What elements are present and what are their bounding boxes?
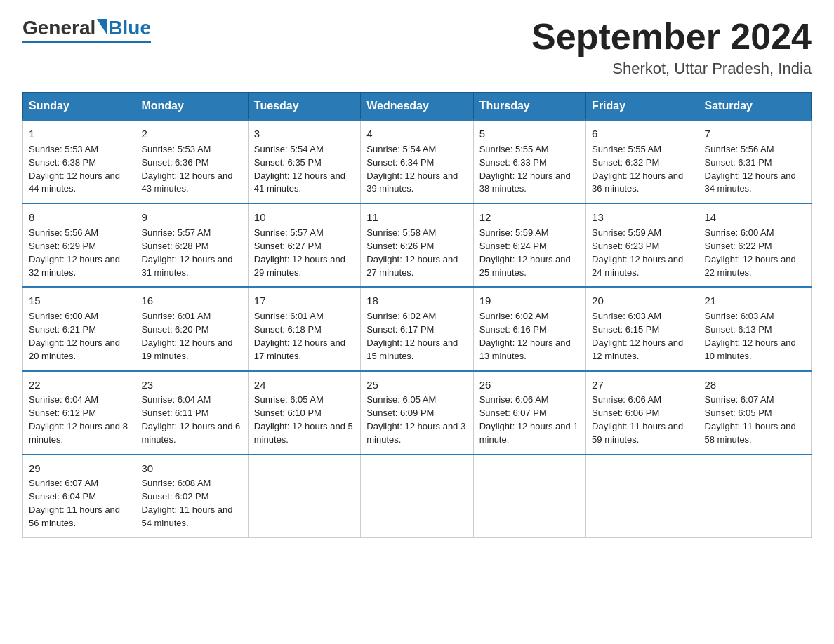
header-friday: Friday	[586, 93, 699, 121]
day-info: Sunrise: 6:01 AMSunset: 6:20 PMDaylight:…	[141, 311, 232, 361]
day-number: 21	[705, 293, 805, 309]
day-info: Sunrise: 6:05 AMSunset: 6:09 PMDaylight:…	[366, 394, 465, 445]
empty-cell	[473, 455, 585, 538]
day-number: 29	[29, 461, 129, 476]
day-number: 1	[29, 126, 129, 142]
empty-cell	[586, 455, 699, 538]
day-info: Sunrise: 6:03 AMSunset: 6:13 PMDaylight:…	[705, 311, 796, 361]
week-row-5: 29Sunrise: 6:07 AMSunset: 6:04 PMDayligh…	[23, 455, 812, 538]
title-block: September 2024 Sherkot, Uttar Pradesh, I…	[531, 17, 812, 78]
day-info: Sunrise: 6:04 AMSunset: 6:11 PMDaylight:…	[141, 394, 240, 445]
calendar-table: SundayMondayTuesdayWednesdayThursdayFrid…	[22, 92, 812, 538]
calendar-subtitle: Sherkot, Uttar Pradesh, India	[531, 60, 812, 78]
day-info: Sunrise: 5:53 AMSunset: 6:36 PMDaylight:…	[141, 144, 232, 194]
logo: General Blue	[22, 17, 151, 43]
day-number: 9	[141, 210, 241, 225]
page-header: General Blue September 2024 Sherkot, Utt…	[22, 17, 812, 78]
day-cell-21: 21Sunrise: 6:03 AMSunset: 6:13 PMDayligh…	[699, 287, 811, 370]
day-info: Sunrise: 5:59 AMSunset: 6:24 PMDaylight:…	[479, 227, 571, 278]
day-info: Sunrise: 5:55 AMSunset: 6:32 PMDaylight:…	[592, 144, 683, 194]
day-cell-10: 10Sunrise: 5:57 AMSunset: 6:27 PMDayligh…	[248, 203, 360, 287]
calendar-header-row: SundayMondayTuesdayWednesdayThursdayFrid…	[23, 93, 812, 121]
day-cell-26: 26Sunrise: 6:06 AMSunset: 6:07 PMDayligh…	[473, 371, 585, 455]
day-number: 17	[254, 293, 355, 309]
day-number: 5	[479, 126, 580, 142]
day-info: Sunrise: 6:02 AMSunset: 6:17 PMDaylight:…	[366, 311, 458, 361]
day-number: 10	[254, 210, 355, 225]
day-cell-18: 18Sunrise: 6:02 AMSunset: 6:17 PMDayligh…	[361, 287, 473, 370]
day-cell-24: 24Sunrise: 6:05 AMSunset: 6:10 PMDayligh…	[248, 371, 360, 455]
day-info: Sunrise: 6:00 AMSunset: 6:21 PMDaylight:…	[29, 311, 120, 361]
day-number: 2	[141, 126, 241, 142]
day-number: 22	[29, 377, 129, 393]
header-sunday: Sunday	[23, 93, 135, 121]
day-number: 8	[29, 210, 129, 225]
day-cell-29: 29Sunrise: 6:07 AMSunset: 6:04 PMDayligh…	[23, 455, 135, 538]
day-number: 24	[254, 377, 355, 393]
day-number: 26	[479, 377, 580, 393]
day-cell-14: 14Sunrise: 6:00 AMSunset: 6:22 PMDayligh…	[699, 203, 811, 287]
week-row-3: 15Sunrise: 6:00 AMSunset: 6:21 PMDayligh…	[23, 287, 812, 370]
day-cell-16: 16Sunrise: 6:01 AMSunset: 6:20 PMDayligh…	[135, 287, 248, 370]
day-number: 23	[141, 377, 241, 393]
day-info: Sunrise: 5:58 AMSunset: 6:26 PMDaylight:…	[366, 227, 458, 278]
day-number: 11	[366, 210, 467, 225]
header-wednesday: Wednesday	[361, 93, 473, 121]
day-number: 4	[366, 126, 467, 142]
day-info: Sunrise: 5:59 AMSunset: 6:23 PMDaylight:…	[592, 227, 683, 278]
day-cell-9: 9Sunrise: 5:57 AMSunset: 6:28 PMDaylight…	[135, 203, 248, 287]
day-cell-25: 25Sunrise: 6:05 AMSunset: 6:09 PMDayligh…	[361, 371, 473, 455]
logo-triangle-icon	[97, 19, 107, 34]
day-info: Sunrise: 5:56 AMSunset: 6:31 PMDaylight:…	[705, 144, 796, 194]
empty-cell	[361, 455, 473, 538]
day-info: Sunrise: 6:00 AMSunset: 6:22 PMDaylight:…	[705, 227, 796, 278]
week-row-2: 8Sunrise: 5:56 AMSunset: 6:29 PMDaylight…	[23, 203, 812, 287]
day-info: Sunrise: 5:54 AMSunset: 6:35 PMDaylight:…	[254, 144, 345, 194]
day-number: 30	[141, 461, 241, 476]
day-info: Sunrise: 6:07 AMSunset: 6:04 PMDaylight:…	[29, 478, 120, 528]
day-cell-20: 20Sunrise: 6:03 AMSunset: 6:15 PMDayligh…	[586, 287, 699, 370]
day-cell-30: 30Sunrise: 6:08 AMSunset: 6:02 PMDayligh…	[135, 455, 248, 538]
day-number: 6	[592, 126, 692, 142]
day-cell-4: 4Sunrise: 5:54 AMSunset: 6:34 PMDaylight…	[361, 120, 473, 203]
day-cell-1: 1Sunrise: 5:53 AMSunset: 6:38 PMDaylight…	[23, 120, 135, 203]
day-cell-2: 2Sunrise: 5:53 AMSunset: 6:36 PMDaylight…	[135, 120, 248, 203]
day-cell-8: 8Sunrise: 5:56 AMSunset: 6:29 PMDaylight…	[23, 203, 135, 287]
day-cell-6: 6Sunrise: 5:55 AMSunset: 6:32 PMDaylight…	[586, 120, 699, 203]
day-number: 19	[479, 293, 580, 309]
empty-cell	[248, 455, 360, 538]
empty-cell	[699, 455, 811, 538]
logo-general-text: General	[22, 17, 95, 39]
day-info: Sunrise: 6:05 AMSunset: 6:10 PMDaylight:…	[254, 394, 353, 445]
day-cell-11: 11Sunrise: 5:58 AMSunset: 6:26 PMDayligh…	[361, 203, 473, 287]
day-info: Sunrise: 6:02 AMSunset: 6:16 PMDaylight:…	[479, 311, 571, 361]
header-tuesday: Tuesday	[248, 93, 360, 121]
day-number: 27	[592, 377, 692, 393]
day-number: 18	[366, 293, 467, 309]
day-info: Sunrise: 6:07 AMSunset: 6:05 PMDaylight:…	[705, 394, 796, 445]
day-cell-23: 23Sunrise: 6:04 AMSunset: 6:11 PMDayligh…	[135, 371, 248, 455]
day-info: Sunrise: 5:54 AMSunset: 6:34 PMDaylight:…	[366, 144, 458, 194]
day-number: 28	[705, 377, 805, 393]
day-number: 20	[592, 293, 692, 309]
day-info: Sunrise: 6:06 AMSunset: 6:07 PMDaylight:…	[479, 394, 578, 445]
day-number: 3	[254, 126, 355, 142]
day-number: 13	[592, 210, 692, 225]
day-info: Sunrise: 6:01 AMSunset: 6:18 PMDaylight:…	[254, 311, 345, 361]
calendar-title: September 2024	[531, 17, 812, 57]
week-row-1: 1Sunrise: 5:53 AMSunset: 6:38 PMDaylight…	[23, 120, 812, 203]
day-info: Sunrise: 6:06 AMSunset: 6:06 PMDaylight:…	[592, 394, 683, 445]
day-info: Sunrise: 6:03 AMSunset: 6:15 PMDaylight:…	[592, 311, 683, 361]
day-cell-17: 17Sunrise: 6:01 AMSunset: 6:18 PMDayligh…	[248, 287, 360, 370]
day-number: 7	[705, 126, 805, 142]
day-info: Sunrise: 5:53 AMSunset: 6:38 PMDaylight:…	[29, 144, 120, 194]
day-cell-19: 19Sunrise: 6:02 AMSunset: 6:16 PMDayligh…	[473, 287, 585, 370]
day-cell-3: 3Sunrise: 5:54 AMSunset: 6:35 PMDaylight…	[248, 120, 360, 203]
day-cell-12: 12Sunrise: 5:59 AMSunset: 6:24 PMDayligh…	[473, 203, 585, 287]
day-cell-27: 27Sunrise: 6:06 AMSunset: 6:06 PMDayligh…	[586, 371, 699, 455]
day-cell-28: 28Sunrise: 6:07 AMSunset: 6:05 PMDayligh…	[699, 371, 811, 455]
day-info: Sunrise: 5:57 AMSunset: 6:27 PMDaylight:…	[254, 227, 345, 278]
logo-blue-text: Blue	[108, 17, 151, 39]
day-info: Sunrise: 5:55 AMSunset: 6:33 PMDaylight:…	[479, 144, 571, 194]
day-cell-5: 5Sunrise: 5:55 AMSunset: 6:33 PMDaylight…	[473, 120, 585, 203]
